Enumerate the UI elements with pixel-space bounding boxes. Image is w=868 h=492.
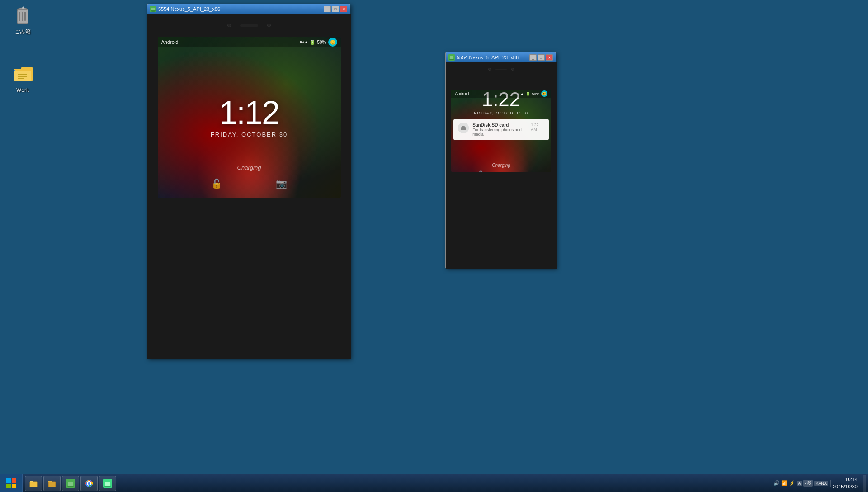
- svg-point-34: [69, 480, 70, 482]
- tray-icon-3[interactable]: ⚡: [789, 480, 795, 486]
- signal-icon-small: ▲: [520, 92, 524, 96]
- maximize-btn-large[interactable]: □: [332, 6, 339, 12]
- window-controls-small: _ □ ✕: [529, 54, 553, 61]
- window-app-icon-small: [448, 54, 455, 61]
- taskbar-tray: 🔊 📶 ⚡ A A段 KANA 10:14 2015/10/30: [771, 475, 868, 492]
- lock-icons-small: 🔓 📷: [451, 167, 551, 172]
- svg-rect-29: [48, 482, 56, 487]
- phone-screen-small[interactable]: Android ▲ 🔋 50% 😊 1:22 FRIDAY, OCTOBER 3…: [451, 76, 551, 172]
- work-folder-label: Work: [16, 87, 29, 93]
- svg-rect-9: [14, 70, 15, 71]
- svg-point-42: [106, 480, 107, 482]
- tray-icons: 🔊 📶 ⚡ A A段 KANA: [771, 480, 831, 487]
- emulator-body-large: Android 3G▲ 🔋 50% 😊 1:12 FRIDAY, OCTOBER…: [147, 14, 351, 359]
- svg-rect-4: [24, 12, 26, 21]
- svg-rect-17: [450, 56, 453, 59]
- tray-icon-6[interactable]: KANA: [814, 481, 828, 486]
- svg-rect-25: [6, 484, 11, 488]
- notification-body: For transferring photos and media: [472, 128, 527, 137]
- window-titlebar-large[interactable]: 5554:Nexus_5_API_23_x86 _ □ ✕: [147, 4, 350, 14]
- taskbar-btn-android1[interactable]: [62, 476, 79, 491]
- tray-icon-1[interactable]: 🔊: [774, 480, 780, 486]
- recycle-bin-icon[interactable]: ↺ ごみ箱: [5, 5, 41, 36]
- svg-rect-30: [48, 481, 52, 482]
- svg-point-19: [452, 55, 453, 56]
- emulator-window-small[interactable]: 5554:Nexus_5_API_23_x86 _ □ ✕ Android: [445, 52, 556, 268]
- tray-icon-4[interactable]: A: [797, 481, 802, 486]
- work-folder-icon[interactable]: Work: [5, 63, 41, 93]
- svg-point-35: [71, 480, 73, 482]
- camera-icon-large: 📷: [276, 178, 287, 189]
- camera-icon-small: 📷: [518, 170, 525, 172]
- lock-date-small: FRIDAY, OCTOBER 30: [451, 111, 551, 115]
- lock-icons-large: 🔓 📷: [158, 178, 341, 189]
- android-wallpaper-large: Android 3G▲ 🔋 50% 😊 1:12 FRIDAY, OCTOBER…: [158, 37, 341, 198]
- svg-rect-41: [105, 482, 110, 486]
- svg-rect-7: [18, 76, 27, 77]
- svg-rect-6: [18, 74, 27, 75]
- status-app-name-small: Android: [455, 91, 469, 96]
- svg-rect-28: [30, 481, 33, 482]
- svg-text:↺: ↺: [22, 6, 24, 9]
- svg-rect-23: [6, 478, 11, 483]
- minimize-btn-small[interactable]: _: [529, 54, 537, 61]
- svg-point-18: [450, 55, 451, 56]
- svg-rect-8: [18, 78, 24, 79]
- svg-rect-22: [462, 126, 465, 128]
- statusbar-small: Android ▲ 🔋 50% 😊: [451, 90, 551, 98]
- charging-small-container: Charging: [451, 158, 551, 168]
- phone-screen-large[interactable]: Android 3G▲ 🔋 50% 😊 1:12 FRIDAY, OCTOBER…: [158, 37, 341, 198]
- svg-rect-33: [68, 482, 73, 486]
- user-avatar-small: 😊: [541, 90, 547, 97]
- close-btn-large[interactable]: ✕: [340, 6, 347, 12]
- taskbar: 🔊 📶 ⚡ A A段 KANA 10:14 2015/10/30: [0, 474, 868, 492]
- lock-icon-small: 🔓: [477, 170, 485, 172]
- taskbar-btn-folder[interactable]: [43, 476, 61, 491]
- lock-time-large: 1:12: [219, 96, 279, 129]
- lock-content-large: 1:12 FRIDAY, OCTOBER 30: [158, 37, 341, 198]
- notification-card[interactable]: SanDisk SD card For transferring photos …: [453, 119, 549, 140]
- svg-rect-12: [151, 8, 155, 10]
- svg-rect-3: [22, 12, 23, 21]
- charging-large: Charging: [158, 164, 341, 171]
- recycle-bin-graphic: ↺: [12, 5, 33, 26]
- phone-device-large: Android 3G▲ 🔋 50% 😊 1:12 FRIDAY, OCTOBER…: [147, 14, 351, 359]
- work-folder-graphic: [12, 63, 33, 85]
- notification-title: SanDisk SD card: [472, 123, 527, 128]
- window-title-small: 5554:Nexus_5_API_23_x86: [457, 55, 529, 60]
- tray-icon-2[interactable]: 📶: [781, 480, 788, 486]
- system-clock[interactable]: 10:14 2015/10/30: [833, 476, 861, 490]
- window-title-large: 5554:Nexus_5_API_23_x86: [158, 6, 324, 12]
- emulator-body-small: Android ▲ 🔋 50% 😊 1:22 FRIDAY, OCTOBER 3…: [446, 62, 557, 269]
- android-wallpaper-small: Android ▲ 🔋 50% 😊 1:22 FRIDAY, OCTOBER 3…: [451, 90, 551, 172]
- svg-point-38: [88, 482, 90, 485]
- status-right-small: ▲ 🔋 50% 😊: [520, 90, 547, 97]
- svg-point-43: [108, 480, 110, 482]
- desktop: [0, 0, 868, 492]
- battery-percent-small: 50%: [532, 92, 539, 96]
- minimize-btn-large[interactable]: _: [324, 6, 331, 12]
- tray-icon-5[interactable]: A段: [803, 480, 813, 487]
- taskbar-btn-explorer[interactable]: [25, 476, 42, 491]
- svg-point-13: [152, 7, 153, 8]
- clock-time: 10:14: [833, 476, 858, 483]
- svg-rect-2: [19, 12, 20, 21]
- svg-rect-26: [12, 484, 16, 488]
- svg-rect-27: [30, 482, 37, 487]
- notification-icon: [458, 123, 469, 133]
- window-titlebar-small[interactable]: 5554:Nexus_5_API_23_x86 _ □ ✕: [446, 52, 556, 62]
- phone-device-small: Android ▲ 🔋 50% 😊 1:22 FRIDAY, OCTOBER 3…: [446, 62, 557, 269]
- notification-time: 1:22 AM: [531, 123, 544, 132]
- emulator-window-large[interactable]: 5554:Nexus_5_API_23_x86 _ □ ✕ Android: [147, 4, 350, 359]
- taskbar-btn-chrome[interactable]: [80, 476, 98, 491]
- battery-icon-small: 🔋: [526, 92, 530, 96]
- close-btn-small[interactable]: ✕: [546, 54, 553, 61]
- start-button[interactable]: [0, 474, 23, 492]
- show-desktop-btn[interactable]: [863, 475, 866, 492]
- taskbar-btn-android2[interactable]: [99, 476, 116, 491]
- svg-point-14: [154, 7, 155, 8]
- lock-date-large: FRIDAY, OCTOBER 30: [211, 131, 288, 138]
- maximize-btn-small[interactable]: □: [538, 54, 545, 61]
- window-app-icon-large: [150, 6, 156, 12]
- recycle-bin-label: ごみ箱: [14, 28, 31, 36]
